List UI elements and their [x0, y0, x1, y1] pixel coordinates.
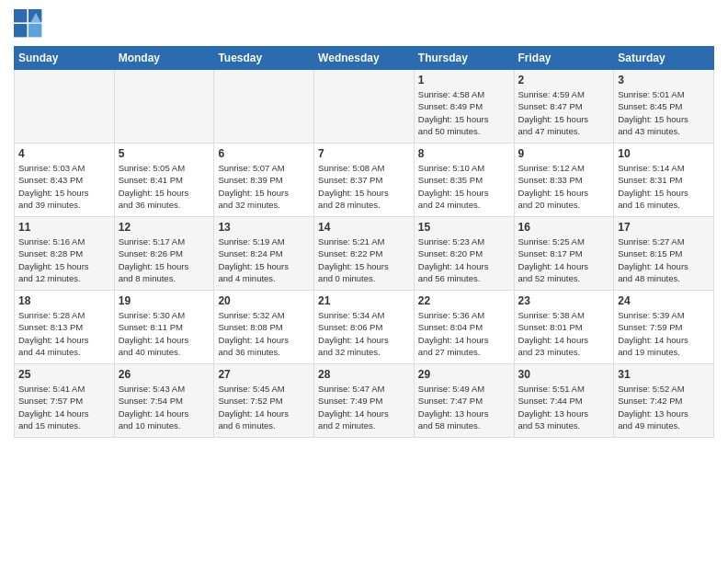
- day-cell: 15Sunrise: 5:23 AM Sunset: 8:20 PM Dayli…: [414, 217, 514, 291]
- logo: [14, 9, 47, 39]
- day-number: 26: [119, 368, 210, 381]
- day-cell: 4Sunrise: 5:03 AM Sunset: 8:43 PM Daylig…: [15, 144, 115, 217]
- day-number: 5: [119, 147, 210, 160]
- svg-rect-0: [14, 9, 27, 22]
- day-cell: 9Sunrise: 5:12 AM Sunset: 8:33 PM Daylig…: [514, 144, 614, 217]
- day-number: 9: [518, 147, 610, 160]
- day-cell: 21Sunrise: 5:34 AM Sunset: 8:06 PM Dayli…: [314, 291, 415, 364]
- day-cell: 26Sunrise: 5:43 AM Sunset: 7:54 PM Dayli…: [114, 364, 214, 438]
- day-cell: 31Sunrise: 5:52 AM Sunset: 7:42 PM Dayli…: [614, 364, 714, 438]
- day-cell: 19Sunrise: 5:30 AM Sunset: 8:11 PM Dayli…: [114, 291, 214, 364]
- day-number: 10: [618, 147, 710, 160]
- header: [14, 9, 714, 39]
- day-cell: 11Sunrise: 5:16 AM Sunset: 8:28 PM Dayli…: [15, 217, 115, 291]
- day-number: 20: [218, 294, 310, 307]
- header-cell-tuesday: Tuesday: [214, 47, 314, 70]
- day-cell: 6Sunrise: 5:07 AM Sunset: 8:39 PM Daylig…: [214, 144, 314, 217]
- day-number: 31: [618, 368, 710, 381]
- day-number: 25: [18, 368, 110, 381]
- day-cell: 28Sunrise: 5:47 AM Sunset: 7:49 PM Dayli…: [314, 364, 415, 438]
- header-cell-thursday: Thursday: [414, 47, 514, 70]
- day-info: Sunrise: 5:12 AM Sunset: 8:33 PM Dayligh…: [518, 162, 610, 211]
- day-cell: 22Sunrise: 5:36 AM Sunset: 8:04 PM Dayli…: [414, 291, 514, 364]
- day-cell: 16Sunrise: 5:25 AM Sunset: 8:17 PM Dayli…: [514, 217, 614, 291]
- week-row-4: 25Sunrise: 5:41 AM Sunset: 7:57 PM Dayli…: [15, 364, 714, 438]
- day-number: 28: [318, 368, 410, 381]
- day-number: 21: [318, 294, 410, 307]
- day-info: Sunrise: 5:34 AM Sunset: 8:06 PM Dayligh…: [318, 309, 410, 358]
- calendar-header: SundayMondayTuesdayWednesdayThursdayFrid…: [15, 47, 714, 70]
- week-row-0: 1Sunrise: 4:58 AM Sunset: 8:49 PM Daylig…: [15, 70, 714, 144]
- header-cell-friday: Friday: [514, 47, 614, 70]
- day-number: 8: [418, 147, 510, 160]
- day-cell: [15, 70, 115, 144]
- day-info: Sunrise: 5:43 AM Sunset: 7:54 PM Dayligh…: [119, 383, 210, 431]
- day-info: Sunrise: 4:58 AM Sunset: 8:49 PM Dayligh…: [418, 88, 510, 137]
- day-number: 16: [518, 221, 610, 234]
- day-number: 29: [418, 368, 510, 381]
- day-info: Sunrise: 5:19 AM Sunset: 8:24 PM Dayligh…: [218, 236, 310, 284]
- day-number: 12: [119, 221, 210, 234]
- day-info: Sunrise: 5:07 AM Sunset: 8:39 PM Dayligh…: [218, 162, 310, 211]
- day-info: Sunrise: 5:27 AM Sunset: 8:15 PM Dayligh…: [618, 236, 710, 284]
- day-cell: 29Sunrise: 5:49 AM Sunset: 7:47 PM Dayli…: [414, 364, 514, 438]
- day-cell: 20Sunrise: 5:32 AM Sunset: 8:08 PM Dayli…: [214, 291, 314, 364]
- day-cell: 12Sunrise: 5:17 AM Sunset: 8:26 PM Dayli…: [114, 217, 214, 291]
- day-info: Sunrise: 5:52 AM Sunset: 7:42 PM Dayligh…: [618, 383, 710, 431]
- day-cell: [314, 70, 415, 144]
- day-cell: 30Sunrise: 5:51 AM Sunset: 7:44 PM Dayli…: [514, 364, 614, 438]
- day-info: Sunrise: 5:36 AM Sunset: 8:04 PM Dayligh…: [418, 309, 510, 358]
- day-cell: 1Sunrise: 4:58 AM Sunset: 8:49 PM Daylig…: [414, 70, 514, 144]
- day-cell: 25Sunrise: 5:41 AM Sunset: 7:57 PM Dayli…: [15, 364, 115, 438]
- day-info: Sunrise: 5:38 AM Sunset: 8:01 PM Dayligh…: [518, 309, 610, 358]
- day-info: Sunrise: 5:16 AM Sunset: 8:28 PM Dayligh…: [18, 236, 110, 284]
- day-info: Sunrise: 5:28 AM Sunset: 8:13 PM Dayligh…: [18, 309, 110, 358]
- calendar-body: 1Sunrise: 4:58 AM Sunset: 8:49 PM Daylig…: [15, 70, 714, 438]
- day-cell: 18Sunrise: 5:28 AM Sunset: 8:13 PM Dayli…: [15, 291, 115, 364]
- logo-icon: [14, 9, 43, 39]
- day-number: 23: [518, 294, 610, 307]
- day-number: 30: [518, 368, 610, 381]
- day-cell: 24Sunrise: 5:39 AM Sunset: 7:59 PM Dayli…: [614, 291, 714, 364]
- day-number: 11: [18, 221, 110, 234]
- svg-rect-2: [14, 24, 27, 37]
- day-info: Sunrise: 5:14 AM Sunset: 8:31 PM Dayligh…: [618, 162, 710, 211]
- day-info: Sunrise: 5:08 AM Sunset: 8:37 PM Dayligh…: [318, 162, 410, 211]
- header-cell-saturday: Saturday: [614, 47, 714, 70]
- day-cell: 7Sunrise: 5:08 AM Sunset: 8:37 PM Daylig…: [314, 144, 415, 217]
- day-info: Sunrise: 5:01 AM Sunset: 8:45 PM Dayligh…: [618, 88, 710, 137]
- week-row-1: 4Sunrise: 5:03 AM Sunset: 8:43 PM Daylig…: [15, 144, 714, 217]
- day-cell: [114, 70, 214, 144]
- day-cell: 2Sunrise: 4:59 AM Sunset: 8:47 PM Daylig…: [514, 70, 614, 144]
- day-info: Sunrise: 5:21 AM Sunset: 8:22 PM Dayligh…: [318, 236, 410, 284]
- day-info: Sunrise: 5:39 AM Sunset: 7:59 PM Dayligh…: [618, 309, 710, 358]
- day-cell: 27Sunrise: 5:45 AM Sunset: 7:52 PM Dayli…: [214, 364, 314, 438]
- day-number: 3: [618, 74, 710, 86]
- day-number: 6: [218, 147, 310, 160]
- day-cell: [214, 70, 314, 144]
- day-cell: 23Sunrise: 5:38 AM Sunset: 8:01 PM Dayli…: [514, 291, 614, 364]
- day-cell: 3Sunrise: 5:01 AM Sunset: 8:45 PM Daylig…: [614, 70, 714, 144]
- day-number: 17: [618, 221, 710, 234]
- day-info: Sunrise: 5:49 AM Sunset: 7:47 PM Dayligh…: [418, 383, 510, 431]
- page-container: SundayMondayTuesdayWednesdayThursdayFrid…: [0, 0, 728, 447]
- svg-marker-3: [28, 24, 41, 37]
- day-number: 13: [218, 221, 310, 234]
- header-row: SundayMondayTuesdayWednesdayThursdayFrid…: [15, 47, 714, 70]
- day-number: 4: [18, 147, 110, 160]
- header-cell-sunday: Sunday: [15, 47, 115, 70]
- day-number: 22: [418, 294, 510, 307]
- day-number: 24: [618, 294, 710, 307]
- day-info: Sunrise: 5:05 AM Sunset: 8:41 PM Dayligh…: [119, 162, 210, 211]
- day-number: 15: [418, 221, 510, 234]
- day-number: 18: [18, 294, 110, 307]
- week-row-2: 11Sunrise: 5:16 AM Sunset: 8:28 PM Dayli…: [15, 217, 714, 291]
- day-number: 19: [119, 294, 210, 307]
- day-cell: 14Sunrise: 5:21 AM Sunset: 8:22 PM Dayli…: [314, 217, 415, 291]
- day-info: Sunrise: 5:32 AM Sunset: 8:08 PM Dayligh…: [218, 309, 310, 358]
- day-info: Sunrise: 5:17 AM Sunset: 8:26 PM Dayligh…: [119, 236, 210, 284]
- day-info: Sunrise: 5:30 AM Sunset: 8:11 PM Dayligh…: [119, 309, 210, 358]
- day-cell: 8Sunrise: 5:10 AM Sunset: 8:35 PM Daylig…: [414, 144, 514, 217]
- day-number: 7: [318, 147, 410, 160]
- day-info: Sunrise: 5:10 AM Sunset: 8:35 PM Dayligh…: [418, 162, 510, 211]
